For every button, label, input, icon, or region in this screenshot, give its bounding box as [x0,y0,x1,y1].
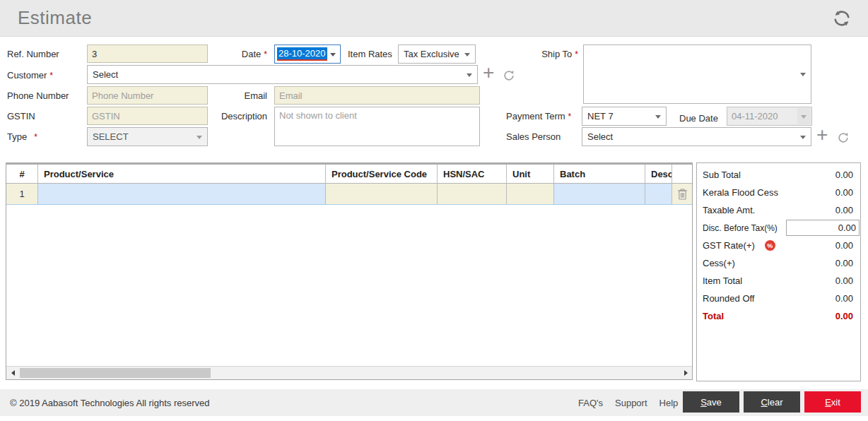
faqs-link[interactable]: FAQ's [578,398,603,408]
col-header-desc: Desc [645,165,672,184]
date-picker[interactable]: 28-10-2020 [274,45,341,64]
col-header-hsn-sac: HSN/SAC [438,165,507,184]
percent-badge-icon[interactable]: % [765,240,775,251]
chevron-down-icon [655,115,661,119]
col-header-num: # [6,165,38,184]
description-label: Description [198,111,267,121]
col-header-unit: Unit [507,165,554,184]
date-label: Date* [209,49,267,59]
description-textarea[interactable] [274,107,480,146]
item-total-row: Item Total0.00 [697,272,860,290]
phone-input[interactable] [87,86,208,105]
sales-person-label: Sales Person [506,131,561,142]
col-header-product-service: Product/Service [38,165,326,184]
gstin-label: GSTIN [7,111,35,121]
ship-to-label: Ship To* [523,49,578,59]
sales-person-select[interactable]: Select [582,127,811,146]
chevron-down-icon [800,73,806,76]
trash-icon [677,188,688,200]
item-rates-select[interactable]: Tax Exclusive [398,45,476,64]
clear-button[interactable]: Clear [744,391,800,413]
phone-label: Phone Number [7,90,69,101]
batch-cell[interactable] [554,184,645,204]
ship-to-select[interactable] [583,45,811,104]
required-asterisk: * [575,49,578,59]
add-customer-button[interactable]: + [483,65,494,81]
required-asterisk: * [34,132,37,142]
type-select[interactable]: SELECT [87,127,208,146]
col-header-batch: Batch [554,165,645,184]
scroll-right-arrow-icon[interactable] [679,367,692,379]
customer-select[interactable]: Select [87,65,478,84]
refresh-customer-icon[interactable] [502,69,516,83]
customer-label: Customer* [7,70,53,81]
desc-cell[interactable] [645,184,672,204]
col-header-actions [672,165,692,184]
chevron-down-icon [464,53,470,57]
item-rates-label: Item Rates [348,49,392,59]
taxable-amt-row: Taxable Amt.0.00 [697,201,860,219]
subtotal-row: Sub Total0.00 [697,166,860,184]
payment-term-select[interactable]: NET 7 [582,107,667,126]
table-header-row: # Product/Service Product/Service Code H… [6,165,692,184]
grand-total-row: Total0.00 [697,307,860,325]
due-date-field: 04-11-2020 [727,107,812,126]
type-label: Type* [7,131,37,142]
rounded-off-row: Rounded Off0.00 [697,290,860,307]
payment-term-label: Payment Term* [506,111,571,121]
chevron-down-icon [797,108,811,124]
ref-number-input[interactable] [87,45,208,63]
ref-number-label: Ref. Number [7,49,59,59]
help-link[interactable]: Help [659,398,679,408]
date-value-selected: 28-10-2020 [277,47,327,61]
disc-before-tax-row: Disc. Before Tax(%) [697,219,860,237]
refresh-sales-person-icon[interactable] [836,131,850,145]
table-row: 1 [6,184,692,205]
chevron-down-icon [197,136,202,139]
required-asterisk: * [568,112,572,121]
support-link[interactable]: Support [615,398,647,408]
col-header-product-service-code: Product/Service Code [326,165,438,184]
hsn-sac-cell[interactable] [438,184,507,204]
page-title: Estimate [18,7,92,29]
chevron-down-icon [800,136,806,139]
add-sales-person-button[interactable]: + [816,127,828,143]
cess-row: Cess(+)0.00 [697,254,860,272]
copyright-text: © 2019 Aabasoft Technologies All rights … [10,398,210,408]
scroll-left-arrow-icon[interactable] [6,367,19,379]
row-number-cell: 1 [6,184,38,204]
totals-panel: Sub Total0.00 Kerala Flood Cess0.00 Taxa… [696,162,861,381]
gstin-input[interactable] [87,107,208,125]
due-date-label: Due Date [679,113,718,124]
items-table: # Product/Service Product/Service Code H… [6,162,693,380]
footer-links: FAQ's Support Help [578,389,678,416]
product-service-code-cell[interactable] [326,184,438,204]
chevron-down-icon [330,53,336,57]
disc-before-tax-input[interactable] [786,220,860,236]
email-label: Email [209,90,267,101]
estimate-window: Estimate Ref. Number Customer* Phone Num… [0,0,868,421]
header-bar: Estimate [0,0,868,37]
table-h-scrollbar[interactable] [6,366,692,379]
exit-button[interactable]: Exit [804,391,861,413]
required-asterisk: * [264,49,267,59]
save-button[interactable]: Save [683,391,739,413]
unit-cell[interactable] [507,184,554,204]
email-input[interactable] [274,86,480,105]
footer-bar: © 2019 Aabasoft Technologies All rights … [0,389,868,416]
product-service-cell[interactable] [38,184,326,204]
required-asterisk: * [49,71,53,81]
delete-row-button[interactable] [672,184,692,204]
refresh-icon[interactable] [831,8,852,29]
kerala-flood-cess-row: Kerala Flood Cess0.00 [697,184,860,201]
chevron-down-icon [467,73,472,77]
scrollbar-thumb[interactable] [20,368,211,378]
gst-rate-row: GST Rate(+)%0.00 [697,237,860,254]
